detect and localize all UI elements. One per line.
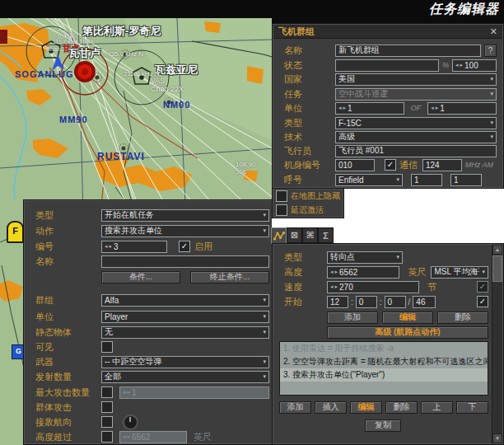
late-activation-checkbox[interactable]: [276, 204, 287, 216]
visible-checkbox[interactable]: [101, 341, 113, 353]
probability-stepper[interactable]: ◂ ▸ 100: [452, 59, 497, 72]
action-insert-button[interactable]: 插入: [315, 401, 347, 414]
help-icon: ?: [488, 46, 493, 55]
callsign-dropdown[interactable]: Enfield▾: [335, 174, 403, 186]
start-day-input[interactable]: 46: [413, 296, 436, 308]
group-name-input[interactable]: 新飞机群组: [335, 44, 481, 57]
enabled-checkbox[interactable]: ✓: [179, 241, 190, 252]
pilot-input[interactable]: 飞行员 #001: [335, 145, 497, 157]
spin-right-icon[interactable]: ▸: [110, 243, 113, 250]
list-item[interactable]: 2. 空空导弹攻击距离 = 随机在最大射程和不可逃逸区之间 发射: [280, 355, 488, 368]
action-edit-button[interactable]: 编辑: [350, 401, 382, 414]
task-action-dropdown[interactable]: 搜索并攻击单位▾: [101, 225, 269, 237]
check-icon: ✓: [181, 241, 188, 251]
group-panel-title: 飞机群组: [278, 26, 315, 38]
launch-qty-dropdown[interactable]: 全部▾: [101, 371, 269, 383]
spin-left-icon[interactable]: ◂: [105, 243, 108, 250]
advanced-actions-row: 高级 (航路点动作): [327, 326, 488, 339]
task-number-stepper[interactable]: ◂ ▸ 3: [101, 241, 167, 253]
aircraft-type-dropdown[interactable]: F-15C▾: [335, 117, 497, 129]
tab-summary[interactable]: Σ: [318, 227, 334, 243]
action-delete-button[interactable]: 删除: [385, 401, 418, 414]
skill-dropdown[interactable]: 高级▾: [335, 131, 497, 143]
scrollbar[interactable]: ▲ ▼: [492, 245, 502, 443]
weapon-dropdown[interactable]: -- 中距空空导弹▾: [101, 356, 269, 368]
farp-marker[interactable]: F: [7, 221, 24, 243]
speed-unit-label: 节: [427, 281, 436, 293]
altitude-ref-dropdown[interactable]: MSL 平均海平面▾: [431, 266, 488, 279]
check-icon: ✓: [479, 282, 486, 291]
spin-left-icon[interactable]: ◂: [330, 283, 334, 290]
task-name-input[interactable]: [101, 255, 269, 268]
copy-button[interactable]: 复制: [365, 419, 401, 432]
speed-stepper[interactable]: ◂ ▸ 270: [327, 281, 419, 293]
altitude-stepper[interactable]: ◂ ▸ 6562: [327, 266, 399, 279]
start-time-checkbox[interactable]: ✓: [477, 296, 488, 307]
spin-right-icon[interactable]: ▸: [436, 105, 439, 111]
tab-group-properties[interactable]: ⊠: [287, 227, 302, 243]
scroll-down-icon[interactable]: ▼: [492, 433, 502, 443]
action-up-button[interactable]: 上: [421, 401, 453, 414]
spin-right-icon[interactable]: ▸: [343, 105, 347, 111]
title-bar: 任务编辑器: [0, 0, 504, 18]
max-attack-checkbox[interactable]: [101, 386, 113, 398]
group-panel-titlebar[interactable]: 飞机群组 ✕: [273, 25, 502, 39]
spin-right-icon[interactable]: ▸: [460, 62, 464, 68]
list-item[interactable]: 3. 搜索并攻击单位("Player"): [280, 368, 488, 382]
help-button[interactable]: ?: [484, 44, 497, 57]
speed-lock-checkbox[interactable]: ✓: [477, 281, 488, 293]
scrollbar-thumb[interactable]: [492, 255, 502, 282]
scroll-up-icon[interactable]: ▲: [492, 245, 502, 255]
condition-input[interactable]: [335, 59, 439, 72]
action-down-button[interactable]: 下: [456, 401, 488, 414]
start-minute-input[interactable]: 0: [356, 296, 377, 308]
action-add-button[interactable]: 添加: [279, 401, 311, 414]
static-object-dropdown[interactable]: 无▾: [101, 326, 269, 339]
check-icon: ✓: [387, 160, 394, 169]
start-second-input[interactable]: 0: [385, 296, 406, 308]
spin-left-icon[interactable]: ◂: [431, 105, 434, 111]
waypoint-actions-list[interactable]: 1. 使用雷达 = 用于持续搜索 -a 2. 空空导弹攻击距离 = 随机在最大射…: [279, 341, 488, 396]
stop-condition-button[interactable]: 终止条件...: [190, 271, 269, 283]
unit-dropdown[interactable]: Player▾: [101, 311, 269, 323]
unit-marker-red[interactable]: [76, 63, 94, 81]
country-dropdown[interactable]: 美国▾: [335, 73, 497, 86]
tail-number-input[interactable]: 010: [335, 159, 375, 171]
frequency-input[interactable]: 124: [422, 159, 462, 171]
wp-type-dropdown[interactable]: 转向点▾: [327, 251, 403, 264]
task-type-label: 类型: [35, 209, 101, 222]
start-hour-input[interactable]: 12: [327, 296, 348, 308]
unit-count-stepper[interactable]: ◂ ▸ 1: [335, 102, 404, 115]
heading-dial[interactable]: [123, 415, 138, 430]
callsign-num1-input[interactable]: 1: [411, 174, 442, 186]
hidden-on-map-checkbox[interactable]: [276, 190, 287, 202]
unit-total-stepper[interactable]: ◂ ▸ 1: [427, 102, 497, 115]
tab-payload[interactable]: ⌘: [302, 227, 318, 243]
comm-checkbox[interactable]: ✓: [385, 159, 396, 171]
advanced-waypoint-actions-button[interactable]: 高级 (航路点动作): [327, 326, 488, 339]
callsign-num2-input[interactable]: 1: [450, 174, 482, 186]
close-icon[interactable]: ✕: [490, 26, 497, 37]
visible-row: 可见: [35, 340, 269, 354]
waypoint-edit-button[interactable]: 编辑: [382, 312, 433, 324]
spin-left-icon[interactable]: ◂: [455, 62, 459, 68]
task-dropdown[interactable]: 空中战斗巡逻▾: [335, 88, 497, 101]
spin-left-icon[interactable]: ◂: [338, 105, 342, 111]
group-attack-checkbox[interactable]: [101, 401, 113, 413]
sigma-icon: Σ: [323, 231, 329, 241]
task-label: 任务: [284, 88, 335, 101]
group-dropdown[interactable]: Alfa▾: [101, 294, 269, 307]
spin-right-icon[interactable]: ▸: [335, 269, 338, 275]
task-type-dropdown[interactable]: 开始在航任务▾: [101, 209, 269, 222]
list-item[interactable]: 1. 使用雷达 = 用于持续搜索 -a: [280, 342, 488, 355]
spin-left-icon[interactable]: ◂: [330, 269, 334, 275]
alt-above-checkbox[interactable]: [101, 431, 113, 443]
attack-heading-checkbox[interactable]: [101, 416, 113, 428]
chevron-down-icon: ▾: [394, 254, 399, 260]
tab-route[interactable]: [271, 227, 287, 244]
waypoint-delete-button[interactable]: 删除: [437, 312, 488, 324]
weapon-label: 武器: [35, 356, 101, 368]
condition-button[interactable]: 条件...: [101, 271, 180, 283]
spin-right-icon[interactable]: ▸: [335, 283, 338, 290]
waypoint-add-button[interactable]: 添加: [327, 312, 378, 324]
